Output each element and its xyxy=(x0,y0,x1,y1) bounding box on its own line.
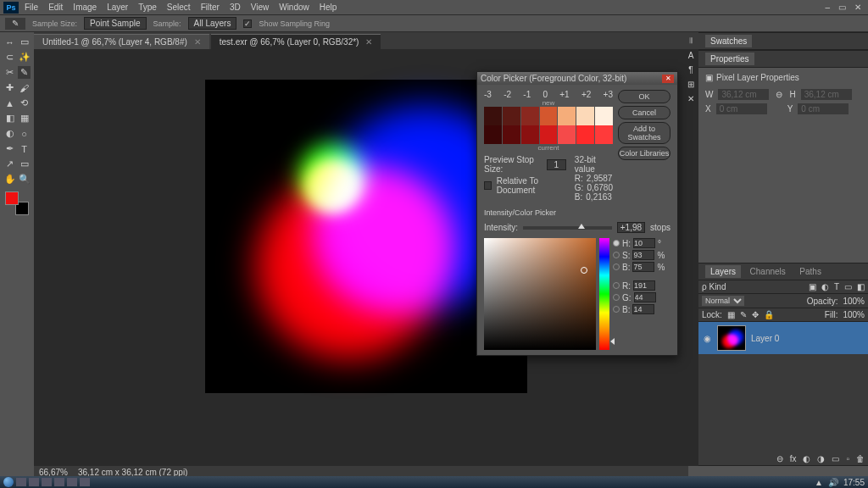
add-swatches-button[interactable]: Add to Swatches xyxy=(618,122,670,144)
close-icon[interactable]: ✕ xyxy=(194,37,201,47)
h-field[interactable] xyxy=(633,238,655,248)
filter-adjust-icon[interactable]: ◐ xyxy=(821,282,829,291)
lock-pos-icon[interactable]: ✥ xyxy=(752,310,759,319)
visibility-icon[interactable]: ◉ xyxy=(702,334,712,343)
swatches-tab[interactable]: Swatches xyxy=(705,35,752,47)
pen-tool[interactable]: ✒ xyxy=(3,142,16,155)
task-item[interactable] xyxy=(54,478,64,486)
window-close-icon[interactable]: ✕ xyxy=(851,3,865,12)
volume-icon[interactable]: 🔊 xyxy=(828,478,838,487)
move-tool[interactable]: ↔ xyxy=(3,36,16,48)
task-item[interactable] xyxy=(29,478,39,486)
layers-tab[interactable]: Layers xyxy=(705,265,741,278)
lasso-tool[interactable]: ⊂ xyxy=(3,51,16,64)
intensity-value[interactable]: +1,98 xyxy=(617,222,645,233)
menu-view[interactable]: View xyxy=(247,3,274,12)
b-radio[interactable] xyxy=(613,263,620,270)
menu-3d[interactable]: 3D xyxy=(225,3,245,12)
doc-tab-0[interactable]: Untitled-1 @ 66,7% (Layer 4, RGB/8#)✕ xyxy=(34,34,209,49)
eyedropper-icon[interactable]: ✎ xyxy=(5,18,25,30)
relative-checkbox[interactable] xyxy=(484,181,492,190)
crop-tool[interactable]: ✂ xyxy=(3,66,16,79)
history-tool[interactable]: ⟲ xyxy=(18,97,31,109)
stops-top[interactable] xyxy=(484,107,613,125)
task-item[interactable] xyxy=(80,478,90,486)
x-field[interactable]: 0 cm xyxy=(716,103,767,114)
menu-edit[interactable]: Edit xyxy=(44,3,67,12)
foreground-color-swatch[interactable] xyxy=(5,191,19,205)
link-layers-icon[interactable]: ⊖ xyxy=(776,454,783,463)
blur-tool[interactable]: ◐ xyxy=(3,127,16,140)
b2-radio[interactable] xyxy=(613,306,620,313)
adjust-icon[interactable]: ◑ xyxy=(817,454,825,463)
menu-type[interactable]: Type xyxy=(134,3,161,12)
show-sampling-checkbox[interactable] xyxy=(243,19,252,28)
menu-filter[interactable]: Filter xyxy=(197,3,224,12)
menu-help[interactable]: Help xyxy=(315,3,342,12)
task-item[interactable] xyxy=(67,478,77,486)
opacity-value[interactable]: 100% xyxy=(843,297,865,306)
menu-image[interactable]: Image xyxy=(69,3,101,12)
width-field[interactable]: 36,12 cm xyxy=(718,89,769,100)
filter-pixel-icon[interactable]: ▣ xyxy=(809,282,816,291)
h-radio[interactable] xyxy=(613,240,620,247)
paths-tab[interactable]: Paths xyxy=(794,265,826,278)
mask-icon[interactable]: ◐ xyxy=(803,454,810,463)
ruler-icon[interactable]: ⊞ xyxy=(687,80,694,89)
menu-layer[interactable]: Layer xyxy=(103,3,132,12)
saturation-value-picker[interactable] xyxy=(484,238,596,350)
r-field[interactable] xyxy=(633,280,655,291)
s-radio[interactable] xyxy=(613,252,620,258)
doc-tab-1[interactable]: test.exr @ 66,7% (Layer 0, RGB/32*)✕ xyxy=(211,34,381,49)
tray-icon[interactable]: ▲ xyxy=(815,478,823,487)
wand-tool[interactable]: ✨ xyxy=(18,51,31,64)
properties-tab[interactable]: Properties xyxy=(705,53,754,65)
type-tool[interactable]: T xyxy=(18,142,31,155)
layer-row[interactable]: ◉ Layer 0 xyxy=(698,322,868,354)
filter-type-icon[interactable]: T xyxy=(834,282,839,291)
layer-thumbnail[interactable] xyxy=(717,325,746,351)
eraser-tool[interactable]: ◧ xyxy=(3,112,16,125)
para-icon[interactable]: ¶ xyxy=(688,65,693,75)
zoom-value[interactable]: 66,67% xyxy=(39,468,68,477)
histogram-icon[interactable]: ⫴ xyxy=(689,36,693,46)
eyedropper-tool[interactable]: ✎ xyxy=(18,66,31,79)
path-tool[interactable]: ↗ xyxy=(3,158,16,170)
sample-select[interactable]: All Layers xyxy=(188,17,237,30)
brush-tool[interactable]: 🖌 xyxy=(18,81,31,94)
r-radio[interactable] xyxy=(613,282,620,289)
lock-paint-icon[interactable]: ✎ xyxy=(740,310,747,319)
preview-stop-spinner[interactable]: 1 xyxy=(547,159,566,170)
filter-shape-icon[interactable]: ▭ xyxy=(844,282,852,291)
b2-field[interactable] xyxy=(632,304,654,314)
g-radio[interactable] xyxy=(613,294,620,301)
y-field[interactable]: 0 cm xyxy=(798,103,849,114)
filter-smart-icon[interactable]: ◧ xyxy=(857,282,865,291)
layer-name[interactable]: Layer 0 xyxy=(751,334,779,343)
clock[interactable]: 17:55 xyxy=(843,478,865,487)
lock-all-icon[interactable]: 🔒 xyxy=(764,310,774,319)
window-minimize-icon[interactable]: – xyxy=(821,3,833,12)
dialog-titlebar[interactable]: Color Picker (Foreground Color, 32-bit) … xyxy=(477,72,677,85)
close-icon[interactable]: ✕ xyxy=(662,75,674,83)
channels-tab[interactable]: Channels xyxy=(745,265,791,278)
menu-window[interactable]: Window xyxy=(275,3,314,12)
start-button[interactable] xyxy=(3,477,14,487)
menu-select[interactable]: Select xyxy=(163,3,195,12)
lock-trans-icon[interactable]: ▦ xyxy=(727,310,735,319)
ok-button[interactable]: OK xyxy=(618,90,670,103)
blend-mode-select[interactable]: Normal xyxy=(702,296,744,306)
color-libraries-button[interactable]: Color Libraries xyxy=(618,147,670,160)
new-layer-icon[interactable]: ▫ xyxy=(846,454,849,463)
trash-icon[interactable]: 🗑 xyxy=(856,454,865,463)
s-field[interactable] xyxy=(632,250,654,260)
group-icon[interactable]: ▭ xyxy=(832,454,839,463)
hue-slider[interactable] xyxy=(599,238,609,350)
stamp-tool[interactable]: ▲ xyxy=(3,97,16,109)
height-field[interactable]: 36,12 cm xyxy=(801,89,852,100)
window-restore-icon[interactable]: ▭ xyxy=(835,3,849,12)
heal-tool[interactable]: ✚ xyxy=(3,81,16,94)
fx-icon[interactable]: fx xyxy=(790,454,797,463)
cancel-button[interactable]: Cancel xyxy=(618,106,670,119)
task-item[interactable] xyxy=(42,478,52,486)
